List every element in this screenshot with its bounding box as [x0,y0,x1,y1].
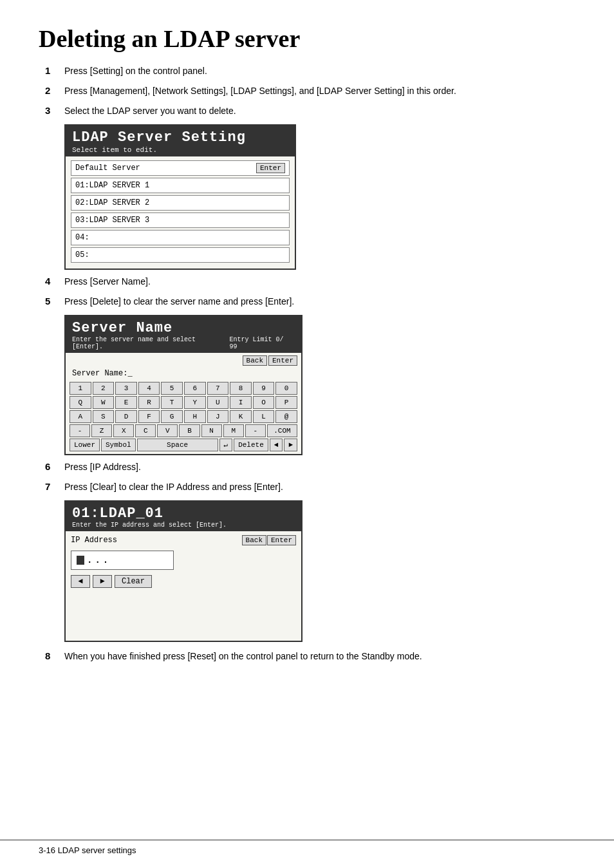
kb-key-s[interactable]: S [93,410,115,423]
ip-clear-btn[interactable]: Clear [115,575,152,588]
kb-key-n[interactable]: N [201,424,222,437]
keyboard: 1 2 3 4 5 6 7 8 9 0 Q W E R T Y [70,382,297,451]
ip-back-btn[interactable]: Back [242,535,266,545]
ip-cursor [77,556,84,565]
kb-row-4: - Z X C V B N M - .COM [70,424,297,437]
ip-right-arrow-btn[interactable]: ► [93,575,112,588]
ip-enter-btn[interactable]: Enter [267,535,296,545]
kb-delete-btn[interactable]: Delete [234,439,268,451]
ip-left-arrow-btn[interactable]: ◄ [71,575,90,588]
sn-name-row: Server Name:_ [70,368,297,379]
ip-nav-row: ◄ ► Clear [71,575,296,588]
kb-key-d[interactable]: D [115,410,137,423]
kb-key-k[interactable]: K [230,410,252,423]
kb-key-c[interactable]: C [135,424,156,437]
kb-key-u[interactable]: U [207,396,229,409]
kb-key-6[interactable]: 6 [184,382,206,395]
kb-key-t[interactable]: T [161,396,183,409]
ldap-row-2[interactable]: 02:LDAP SERVER 2 [71,195,290,211]
ldap-enter-btn[interactable]: Enter [256,163,285,173]
step-1: 1 Press [Setting] on the control panel. [45,64,575,78]
kb-key-0[interactable]: 0 [275,382,297,395]
sn-back-btn[interactable]: Back [243,355,267,366]
kb-key-3[interactable]: 3 [115,382,137,395]
page-title: Deleting an LDAP server [39,26,575,53]
kb-row-3: A S D F G H J K L @ [70,410,297,423]
kb-left-arrow[interactable]: ◄ [270,439,283,451]
step-4-text: Press [Server Name]. [64,275,575,288]
kb-key-dash2[interactable]: - [245,424,266,437]
kb-bottom-row: Lower Symbol Space ↵ Delete ◄ ► [70,439,297,451]
ldap-row-0-label: Default Server [75,164,140,173]
kb-key-l[interactable]: L [253,410,275,423]
step-5-text: Press [Delete] to clear the server name … [64,295,575,308]
kb-key-at[interactable]: @ [275,410,297,423]
sn-top-row: Back Enter [70,355,297,366]
kb-key-4[interactable]: 4 [138,382,160,395]
ldap-row-5-label: 05: [75,250,89,259]
kb-key-i[interactable]: I [230,396,252,409]
kb-key-e[interactable]: E [115,396,137,409]
step-5-num: 5 [45,295,64,307]
ldap-server-screen: LDAP Server Setting Select item to edit.… [64,124,296,270]
kb-key-x[interactable]: X [113,424,134,437]
kb-key-9[interactable]: 9 [253,382,275,395]
step-5: 5 Press [Delete] to clear the server nam… [45,295,575,308]
ip-top-row: IP Address Back Enter [71,535,296,545]
kb-enter-icon[interactable]: ↵ [219,439,233,451]
ip-input-field[interactable]: . . . [71,551,174,570]
ip-header: 01:LDAP_01 Enter the IP address and sele… [66,502,301,531]
kb-key-q[interactable]: Q [70,396,91,409]
kb-key-w[interactable]: W [93,396,115,409]
ip-dot-2: . [95,555,100,565]
server-name-screen: Server Name Enter the server name and se… [64,315,302,455]
sn-name-label: Server Name:_ [72,369,133,378]
kb-key-p[interactable]: P [275,396,297,409]
kb-key-1[interactable]: 1 [70,382,91,395]
step-2: 2 Press [Management], [Network Settings]… [45,84,575,98]
ldap-screen-header: LDAP Server Setting Select item to edit. [66,126,295,156]
ldap-row-4[interactable]: 04: [71,230,290,245]
ip-dot-1: . [87,555,92,565]
ldap-row-1[interactable]: 01:LDAP SERVER 1 [71,178,290,193]
kb-key-o[interactable]: O [253,396,275,409]
kb-key-dash[interactable]: - [70,424,90,437]
step-8-num: 8 [45,650,64,661]
kb-key-f[interactable]: F [138,410,160,423]
ldap-screen-subtitle: Select item to edit. [72,146,288,154]
kb-key-m[interactable]: M [223,424,244,437]
kb-key-r[interactable]: R [138,396,160,409]
sn-enter-btn[interactable]: Enter [268,355,297,366]
ldap-row-3[interactable]: 03:LDAP SERVER 3 [71,212,290,228]
ldap-screen-title: LDAP Server Setting [72,129,288,146]
kb-symbol-btn[interactable]: Symbol [101,439,136,451]
ldap-row-5[interactable]: 05: [71,247,290,263]
kb-key-com[interactable]: .COM [267,424,297,437]
kb-key-7[interactable]: 7 [207,382,229,395]
ldap-row-0[interactable]: Default Server Enter [71,160,290,176]
step-6-num: 6 [45,460,64,472]
kb-right-arrow[interactable]: ► [284,439,297,451]
kb-key-y[interactable]: Y [184,396,206,409]
ip-screen-subtitle: Enter the IP address and select [Enter]. [72,522,295,529]
kb-key-h[interactable]: H [184,410,206,423]
sn-header: Server Name Enter the server name and se… [66,316,301,353]
footer: 3-16 LDAP server settings [0,840,614,855]
kb-key-5[interactable]: 5 [161,382,183,395]
kb-lower-btn[interactable]: Lower [70,439,100,451]
kb-key-a[interactable]: A [70,410,91,423]
footer-left: 3-16 LDAP server settings [39,845,136,855]
kb-key-2[interactable]: 2 [93,382,115,395]
kb-key-v[interactable]: V [157,424,178,437]
kb-space-btn[interactable]: Space [137,439,218,451]
kb-key-j[interactable]: J [207,410,229,423]
step-7: 7 Press [Clear] to clear the IP Address … [45,480,575,494]
step-2-text: Press [Management], [Network Settings], … [64,84,575,98]
ldap-row-3-label: 03:LDAP SERVER 3 [75,216,149,225]
step-6: 6 Press [IP Address]. [45,460,575,474]
kb-key-8[interactable]: 8 [230,382,252,395]
kb-key-g[interactable]: G [161,410,183,423]
kb-key-z[interactable]: Z [91,424,112,437]
kb-key-b[interactable]: B [179,424,200,437]
ip-body: IP Address Back Enter . . . ◄ ► Clear [66,531,301,592]
